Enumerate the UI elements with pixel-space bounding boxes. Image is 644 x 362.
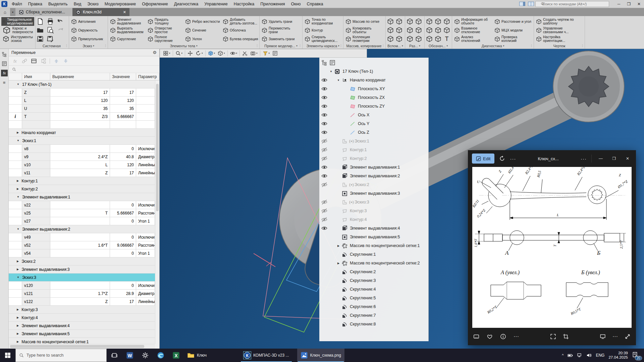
table-row[interactable]: ▼Элемент выдавливания:1 [9, 193, 155, 201]
tool-icon[interactable] [415, 27, 422, 34]
panel-settings-gear-icon[interactable]: ⚙ [153, 50, 157, 55]
tree-item[interactable]: Скругление:7 [319, 311, 428, 320]
table-row[interactable]: v122 Z 17 Линейный [9, 298, 155, 306]
table-row[interactable]: v52 1.6*T 9.066667 Расстояние [9, 241, 155, 249]
tree-item[interactable]: Контур:1 [319, 145, 428, 154]
tree-item[interactable]: Ось Z [319, 128, 428, 137]
capture-button[interactable]: ▾ [249, 50, 259, 57]
tree-item[interactable]: Плоскость ZX [319, 93, 428, 102]
word-app-icon[interactable] [122, 349, 138, 362]
ribbon-button[interactable]: Расстояние и угол [494, 17, 533, 26]
variables-horizontal-scrollbar[interactable] [9, 344, 155, 349]
table-row[interactable]: ▶Начало координат [9, 129, 155, 137]
ribbon-button[interactable]: Спираль цилиндрическ... [304, 35, 341, 43]
tree-item[interactable]: Ось Y [319, 119, 428, 128]
display-mode-button[interactable]: ▾ [217, 50, 226, 57]
tray-expand-chevron[interactable]: ^ [562, 353, 564, 357]
tree-item[interactable]: ▼ 17 Ключ (Тел-1) [319, 67, 428, 76]
menu-item[interactable]: Оформление [139, 0, 171, 8]
menu-item[interactable]: Настройка [231, 0, 258, 8]
more-options-icon[interactable]: ··· [581, 156, 587, 162]
ribbon-button[interactable]: Заменить грани [261, 35, 301, 43]
ribbon-button[interactable]: Проверка коллизий [494, 35, 533, 43]
tree-item[interactable]: Элемент выдавливания:4 [319, 224, 428, 233]
fullscreen-expand-icon[interactable] [625, 334, 631, 340]
eye-icon[interactable] [321, 173, 327, 179]
tree-item[interactable]: Контур:3 [319, 206, 428, 215]
tree-item[interactable]: Контур:4 [319, 215, 428, 224]
ribbon-button[interactable]: Вырезать выдавливанием [109, 26, 146, 35]
saveas-icon[interactable] [47, 36, 54, 42]
tool-icon[interactable] [435, 27, 441, 34]
menu-item[interactable]: Выделить [45, 0, 71, 8]
zoom-fit-icon[interactable] [550, 334, 556, 340]
tool-icon[interactable] [396, 18, 402, 25]
tree-item[interactable]: Элемент выдавливания:3 [319, 189, 428, 198]
tool-icon[interactable] [396, 27, 402, 34]
ribbon-button[interactable]: Окружность [70, 26, 106, 35]
language-indicator[interactable]: ENG [596, 353, 604, 358]
tree-item[interactable]: Плоскость ZY [319, 102, 428, 111]
edge-browser-icon[interactable] [153, 349, 168, 362]
eye-off-icon[interactable] [321, 156, 327, 162]
network-icon[interactable] [577, 353, 582, 358]
eye-icon[interactable] [321, 77, 327, 83]
eye-off-icon[interactable] [321, 208, 327, 214]
tab-list-caret[interactable]: ▾ [10, 8, 15, 16]
tool-icon[interactable] [407, 36, 413, 42]
parameters-panel-icon[interactable] [1, 60, 8, 67]
screen-capture-icon[interactable] [600, 334, 606, 340]
rotate-image-icon[interactable] [499, 156, 505, 162]
technical-drawing-image[interactable]: Z Ø2,4*Z R2,4*Z R0,5 R2,4*Z Z Ø1,7*Z U R… [472, 167, 632, 328]
info-icon[interactable] [500, 334, 506, 340]
more-options-icon[interactable]: ··· [510, 156, 516, 162]
tab-klyuch-m3d[interactable]: Ключ.m3d ✕ [72, 8, 129, 16]
tree-item[interactable]: Скругление:2 [319, 267, 428, 276]
ribbon-button[interactable]: Точка по координатам [304, 17, 341, 26]
ribbon-button[interactable]: Массив по сетке [345, 17, 384, 26]
ribbon-button[interactable]: Скругление [109, 35, 146, 43]
tree-filter-icon[interactable] [329, 60, 335, 66]
app-close-button[interactable]: ✕ [634, 0, 644, 8]
table-row[interactable]: i T Z/3 5.666667 [9, 113, 155, 121]
ribbon-button[interactable]: Ребро жесткости [184, 17, 221, 26]
snap-grid-button[interactable]: ▾ [162, 50, 171, 57]
tool-icon[interactable] [415, 18, 422, 25]
tree-item[interactable]: ▶ Массив по концентрической сетке:2 [319, 259, 428, 267]
ribbon-button[interactable]: Взаимное отклонение [453, 26, 493, 35]
eye-icon[interactable] [321, 129, 327, 135]
tool-icon[interactable] [407, 27, 413, 34]
folder-klyuch-taskbar-item[interactable]: Ключ [184, 349, 210, 362]
move-up-icon[interactable] [53, 58, 59, 64]
table-row[interactable] [9, 121, 155, 129]
redo-icon[interactable] [57, 27, 64, 34]
variables-search[interactable] [9, 66, 159, 73]
visibility-button[interactable]: ▾ [229, 50, 238, 57]
photos-maximize-button[interactable]: ❒ [610, 155, 619, 163]
table-row[interactable]: ▶Контур:1 [9, 177, 155, 185]
eye-icon[interactable] [321, 112, 327, 118]
table-row[interactable]: ▼Эскиз:3 [9, 274, 155, 282]
app-minimize-button[interactable]: ─ [614, 0, 624, 8]
zoom-button[interactable]: ▾ [174, 50, 184, 57]
table-row[interactable]: ▶Массив по концентрической сетке:1 [9, 338, 155, 344]
menu-item[interactable]: Эскиз [84, 0, 101, 8]
ribbon-button[interactable]: Отверстие простое [147, 26, 184, 35]
volume-icon[interactable] [586, 353, 592, 358]
ribbon-button[interactable]: Полное скругление [147, 35, 184, 43]
menu-item[interactable]: Вид [71, 0, 85, 8]
clock[interactable]: 20:3927.04.2025 [608, 351, 628, 360]
table-row[interactable]: v9 2.4*Z 40.8 Диаметральный [9, 153, 155, 161]
start-button[interactable] [0, 349, 15, 362]
kompas-taskbar-item[interactable]: КОМПАС-3D v23 ... [240, 349, 292, 362]
tree-item[interactable]: Ось X [319, 111, 428, 119]
tool-icon[interactable] [435, 36, 441, 42]
menu-item[interactable]: Окно [288, 0, 304, 8]
tree-item[interactable]: Скругление:3 [319, 276, 428, 285]
menu-item[interactable]: Диагностика [171, 0, 201, 8]
eye-icon[interactable] [321, 164, 327, 170]
variables-panel-icon[interactable] [1, 70, 8, 76]
eye-off-icon[interactable] [321, 138, 327, 144]
ribbon-button[interactable]: Удалить грани [261, 17, 301, 26]
tool-icon[interactable] [435, 18, 441, 25]
